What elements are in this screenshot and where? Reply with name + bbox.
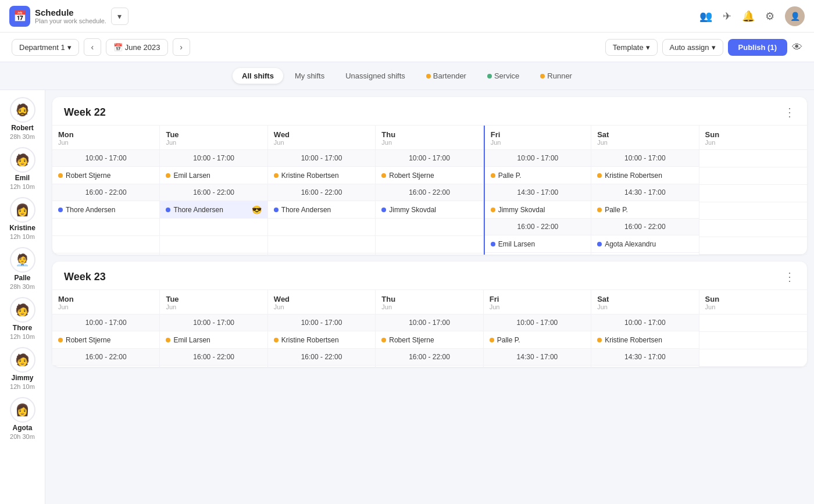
template-dropdown[interactable]: Template ▾ <box>605 39 658 56</box>
shift-person-sat-22-3[interactable]: Agota Alexandru <box>591 235 698 253</box>
shift-person-thu-23-1[interactable]: Robert Stjerne <box>376 331 483 349</box>
day-sub-sat-23: Jun <box>597 303 692 310</box>
shift-empty-mon-22-1 <box>52 219 159 236</box>
shift-empty-sun-22-6 <box>699 237 807 255</box>
avatar-emil: 🧑 <box>10 147 35 173</box>
shifts-fri-23: 10:00 - 17:00 Palle P. 14:30 - 17:00 <box>484 314 591 366</box>
shift-time-fri-22-2: 14:30 - 17:00 <box>485 184 591 201</box>
bell-icon-btn[interactable]: 🔔 <box>742 10 755 23</box>
shift-time-thu-23-2: 16:00 - 22:00 <box>376 349 483 366</box>
day-header-thu-23: Thu Jun <box>376 290 483 314</box>
shift-time-wed-22-1: 10:00 - 17:00 <box>268 150 375 167</box>
day-col-mon-22: Mon Jun 10:00 - 17:00 Robert Stjerne 16:… <box>52 126 160 255</box>
sidebar-person-jimmy: 🧑 Jimmy 12h 10m <box>10 347 35 390</box>
shift-person-fri-22-2[interactable]: Jimmy Skovdal <box>485 201 591 219</box>
shift-time-thu-22-2: 16:00 - 22:00 <box>376 184 483 201</box>
bell-icon: 🔔 <box>742 10 755 23</box>
shift-person-wed-22-1[interactable]: Kristine Robertsen <box>268 167 375 184</box>
day-col-fri-22: Fri Jun 10:00 - 17:00 Palle P. 14:30 - 1… <box>484 126 591 255</box>
filter-tab-unassigned[interactable]: Unassigned shifts <box>336 68 415 84</box>
chevron-down-icon: ▾ <box>712 43 716 52</box>
sidebar-person-agota: 👩 Agota 20h 30m <box>10 397 35 440</box>
shifts-thu-23: 10:00 - 17:00 Robert Stjerne 16:00 - 22:… <box>376 314 483 366</box>
people-icon-btn[interactable]: 👥 <box>699 10 712 23</box>
shifts-wed-23: 10:00 - 17:00 Kristine Robertsen 16:00 -… <box>268 314 375 366</box>
shift-person-wed-23-1[interactable]: Kristine Robertsen <box>268 331 375 349</box>
next-month-btn[interactable]: › <box>173 38 190 56</box>
day-col-tue-23: Tue Jun 10:00 - 17:00 Emil Larsen 16:00 … <box>160 290 267 367</box>
shifts-wed-22: 10:00 - 17:00 Kristine Robertsen 16:00 -… <box>268 149 375 253</box>
shift-time-sat-23-1: 10:00 - 17:00 <box>591 314 698 331</box>
day-col-sun-22: Sun Jun <box>699 126 807 255</box>
shift-person-tue-22-1[interactable]: Emil Larsen <box>160 167 267 184</box>
shift-person-fri-23-1[interactable]: Palle P. <box>484 331 591 349</box>
sidebar-person-emil: 🧑 Emil 12h 10m <box>10 147 35 190</box>
shift-time-wed-22-2: 16:00 - 22:00 <box>268 184 375 201</box>
publish-button[interactable]: Publish (1) <box>728 39 787 56</box>
month-picker[interactable]: 📅 June 2023 <box>106 39 168 56</box>
shift-time-wed-23-1: 10:00 - 17:00 <box>268 314 375 331</box>
shift-empty-sun-22-2 <box>699 167 807 185</box>
person-hours-agota: 20h 30m <box>10 433 35 440</box>
shift-time-fri-22-3: 16:00 - 22:00 <box>485 219 591 235</box>
filter-tab-service[interactable]: Service <box>478 68 529 84</box>
person-hours-kristine: 12h 10m <box>10 233 35 240</box>
shift-empty-mon-22-2 <box>52 236 159 253</box>
week-22-more-btn[interactable]: ⋮ <box>784 105 795 119</box>
day-sub-tue-22: Jun <box>166 139 261 146</box>
runner-dot <box>540 74 545 78</box>
auto-assign-dropdown[interactable]: Auto assign ▾ <box>662 39 723 56</box>
week-23-block: Week 23 ⋮ Mon Jun 10:00 - 17:00 Robert S… <box>52 262 807 367</box>
day-col-wed-22: Wed Jun 10:00 - 17:00 Kristine Robertsen… <box>268 126 376 255</box>
day-sub-wed-22: Jun <box>274 139 369 146</box>
shift-time-tue-23-2: 16:00 - 22:00 <box>160 349 267 366</box>
day-sub-wed-23: Jun <box>274 303 369 310</box>
send-icon: ✈ <box>723 10 731 23</box>
shift-person-thu-22-1[interactable]: Robert Stjerne <box>376 167 483 184</box>
people-icon: 👥 <box>699 10 712 23</box>
filter-tab-all[interactable]: All shifts <box>233 68 283 84</box>
day-name-sat-22: Sat <box>597 130 692 139</box>
shift-person-tue-22-2[interactable]: Thore Andersen😎 <box>160 201 267 219</box>
shift-empty-sun-23-3 <box>699 349 807 367</box>
day-header-sun-23: Sun Jun <box>699 290 807 314</box>
eye-icon-btn[interactable]: 👁 <box>792 41 802 53</box>
avatar-kristine: 👩 <box>10 197 35 223</box>
shift-time-tue-22-1: 10:00 - 17:00 <box>160 150 267 167</box>
day-sub-fri-23: Jun <box>490 303 585 310</box>
shift-person-fri-22-3[interactable]: Emil Larsen <box>485 235 591 253</box>
shift-time-sat-23-2: 14:30 - 17:00 <box>591 349 698 366</box>
month-label: June 2023 <box>125 43 160 52</box>
gear-icon-btn[interactable]: ⚙ <box>765 10 774 23</box>
prev-month-btn[interactable]: ‹ <box>84 38 101 56</box>
day-header-fri-23: Fri Jun <box>484 290 591 314</box>
shift-person-sat-22-1[interactable]: Kristine Robertsen <box>591 167 698 184</box>
shift-person-mon-23-1[interactable]: Robert Stjerne <box>52 331 159 349</box>
filter-tab-my[interactable]: My shifts <box>285 68 334 84</box>
shifts-sun-23 <box>699 314 807 367</box>
filter-tab-runner[interactable]: Runner <box>531 68 581 84</box>
week-23-more-btn[interactable]: ⋮ <box>784 270 795 284</box>
day-header-wed-23: Wed Jun <box>268 290 375 314</box>
filter-tab-bartender[interactable]: Bartender <box>417 68 476 84</box>
send-icon-btn[interactable]: ✈ <box>723 10 731 23</box>
shift-person-tue-23-1[interactable]: Emil Larsen <box>160 331 267 349</box>
shift-person-mon-22-2[interactable]: Thore Andersen <box>52 201 159 219</box>
user-avatar[interactable]: 👤 <box>785 6 805 26</box>
shift-time-wed-23-2: 16:00 - 22:00 <box>268 349 375 366</box>
person-hours-palle: 28h 30m <box>10 283 35 290</box>
day-col-sun-23: Sun Jun <box>699 290 807 367</box>
shift-person-sat-23-1[interactable]: Kristine Robertsen <box>591 331 698 349</box>
shift-person-sat-22-2[interactable]: Palle P. <box>591 201 698 219</box>
app-dropdown-btn[interactable]: ▾ <box>111 8 128 25</box>
shift-person-thu-22-2[interactable]: Jimmy Skovdal <box>376 201 483 219</box>
shift-person-wed-22-2[interactable]: Thore Andersen <box>268 201 375 219</box>
shift-person-fri-22-1[interactable]: Palle P. <box>485 167 591 184</box>
day-col-sat-22: Sat Jun 10:00 - 17:00 Kristine Robertsen… <box>591 126 699 255</box>
week-22-block: Week 22 ⋮ Mon Jun 10:00 - 17:00 Robert S… <box>52 97 807 255</box>
avatar-robert: 🧔 <box>10 97 35 123</box>
shift-person-mon-22-1[interactable]: Robert Stjerne <box>52 167 159 184</box>
shift-time-mon-23-2: 16:00 - 22:00 <box>52 349 159 366</box>
department-dropdown[interactable]: Department 1 ▾ <box>12 39 79 56</box>
day-header-mon-23: Mon Jun <box>52 290 159 314</box>
